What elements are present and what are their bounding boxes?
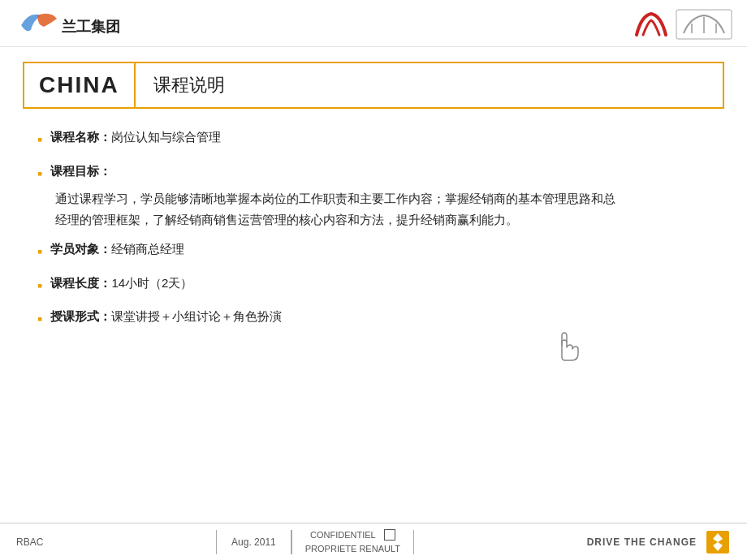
main-content: CHINA 课程说明 ▪ 课程名称：岗位认知与综合管理 ▪ 课程目标： 通过课程… xyxy=(0,47,747,348)
bullet-label: 授课形式： xyxy=(50,309,111,323)
bullet-text: 授课形式：课堂讲授＋小组讨论＋角色扮演 xyxy=(50,306,282,327)
bullet-marker-icon: ▪ xyxy=(37,162,42,187)
bullet-label: 课程目标： xyxy=(50,164,111,178)
list-item: ▪ 课程目标： 通过课程学习，学员能够清晰地掌握本岗位的工作职责和主要工作内容；… xyxy=(37,161,724,230)
bullet-label: 学员对象： xyxy=(50,242,111,256)
list-item: ▪ 学员对象：经销商总经理 xyxy=(37,239,724,265)
bullet-value: 经销商总经理 xyxy=(111,242,184,256)
bullet-list: ▪ 课程名称：岗位认知与综合管理 ▪ 课程目标： 通过课程学习，学员能够清晰地掌… xyxy=(37,127,724,332)
title-box: CHINA 课程说明 xyxy=(23,62,724,109)
svg-text:兰工集团: 兰工集团 xyxy=(62,19,120,35)
bullet-marker-icon: ▪ xyxy=(37,307,42,332)
lanzhen-logo-icon: 兰工集团 xyxy=(15,7,145,41)
list-item: ▪ 课程长度：14小时（2天） xyxy=(37,273,724,299)
bullet-label: 课程长度： xyxy=(50,276,111,290)
renault-logo-icon xyxy=(705,529,731,555)
hand-pointer-icon xyxy=(546,325,585,366)
bullet-value: 岗位认知与综合管理 xyxy=(111,130,221,144)
bullet-value: 课堂讲授＋小组讨论＋角色扮演 xyxy=(111,309,282,323)
bullet-text: 课程目标： xyxy=(50,161,111,182)
logo-left: 兰工集团 xyxy=(15,7,145,41)
footer-center: Aug. 2011 CONFIDENTIEL PROPRIETE RENAULT xyxy=(216,530,414,554)
bullet-marker-icon: ▪ xyxy=(37,274,42,299)
china-label: CHINA xyxy=(24,63,136,107)
logo-right xyxy=(633,9,732,40)
partner-logo-2-icon xyxy=(676,9,732,40)
footer-date-label: Aug. 2011 xyxy=(216,530,291,554)
title-subtitle: 课程说明 xyxy=(136,63,243,107)
bullet-value: 14小时（2天） xyxy=(111,276,192,290)
drive-the-change-label: DRIVE THE CHANGE xyxy=(587,536,697,548)
footer-right: DRIVE THE CHANGE xyxy=(587,529,731,555)
confidential-box-icon xyxy=(384,529,395,541)
confidential-line2: PROPRIETE RENAULT xyxy=(305,543,400,554)
bullet-text: 课程长度：14小时（2天） xyxy=(50,273,192,294)
list-item: ▪ 课程名称：岗位认知与综合管理 xyxy=(37,127,724,153)
list-item: ▪ 授课形式：课堂讲授＋小组讨论＋角色扮演 xyxy=(37,306,724,332)
bullet-label: 课程名称： xyxy=(50,130,111,144)
header: 兰工集团 xyxy=(0,0,747,47)
bullet-sub-text: 通过课程学习，学员能够清晰地掌握本岗位的工作职责和主要工作内容；掌握经销商的基本… xyxy=(55,189,624,230)
bullet-text: 课程名称：岗位认知与综合管理 xyxy=(50,127,221,148)
footer: RBAC Aug. 2011 CONFIDENTIEL PROPRIETE RE… xyxy=(0,523,747,560)
footer-confidential-label: CONFIDENTIEL PROPRIETE RENAULT xyxy=(291,530,414,554)
bullet-marker-icon: ▪ xyxy=(37,239,42,265)
bullet-marker-icon: ▪ xyxy=(37,127,42,153)
footer-rbac-label: RBAC xyxy=(16,536,43,548)
confidential-line1: CONFIDENTIEL xyxy=(310,529,376,541)
bullet-text: 学员对象：经销商总经理 xyxy=(50,239,184,260)
partner-logo-1-icon xyxy=(633,9,669,40)
